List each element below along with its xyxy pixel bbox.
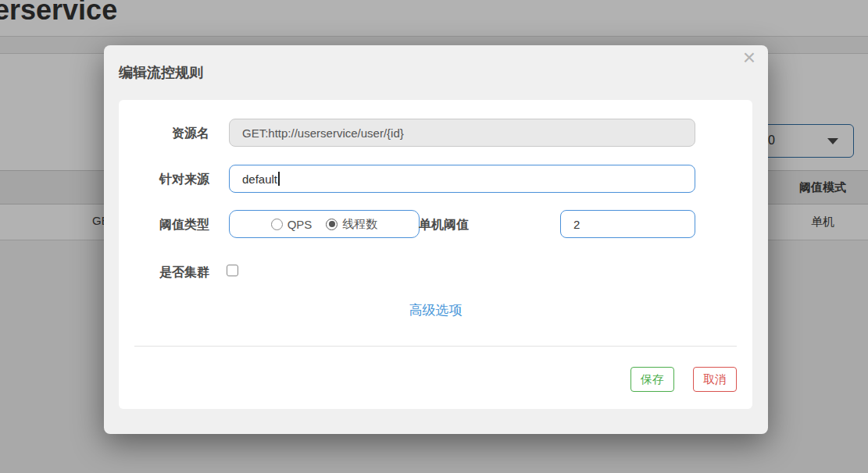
footer-divider	[134, 346, 737, 347]
resource-label: 资源名	[119, 126, 209, 142]
radio-checked-icon[interactable]	[326, 219, 338, 230]
radio-option-qps[interactable]: QPS	[271, 218, 313, 231]
radio-option-thread[interactable]: 线程数	[326, 217, 377, 232]
grade-label: 阈值类型	[119, 217, 209, 233]
close-icon[interactable]: ×	[743, 47, 755, 69]
text-cursor	[278, 172, 280, 186]
resource-input: GET:http://userservice/user/{id}	[229, 119, 695, 147]
count-input[interactable]: 2	[560, 210, 695, 238]
origin-label: 针对来源	[119, 172, 209, 188]
count-label: 单机阈值	[380, 217, 469, 233]
app-screen: userservice 0 阈值模式 GET:http://userservic…	[0, 0, 868, 473]
radio-option-thread-label: 线程数	[342, 217, 377, 232]
cancel-button[interactable]: 取消	[693, 367, 737, 392]
origin-input-value: default	[242, 172, 277, 186]
cluster-label: 是否集群	[119, 265, 209, 281]
resource-input-value: GET:http://userservice/user/{id}	[242, 126, 404, 140]
radio-unchecked-icon[interactable]	[271, 219, 283, 230]
radio-option-qps-label: QPS	[288, 218, 313, 231]
edit-flow-rule-modal: 编辑流控规则 × 资源名 GET:http://userservice/user…	[104, 45, 768, 434]
advanced-options-link[interactable]: 高级选项	[119, 301, 752, 319]
modal-title: 编辑流控规则	[119, 63, 203, 82]
origin-input[interactable]: default	[229, 165, 695, 193]
cluster-checkbox[interactable]	[227, 265, 238, 276]
count-input-value: 2	[573, 218, 580, 231]
modal-form-card: 资源名 GET:http://userservice/user/{id} 针对来…	[119, 100, 752, 409]
modal-footer: 保存 取消	[630, 367, 737, 392]
save-button[interactable]: 保存	[630, 367, 674, 392]
